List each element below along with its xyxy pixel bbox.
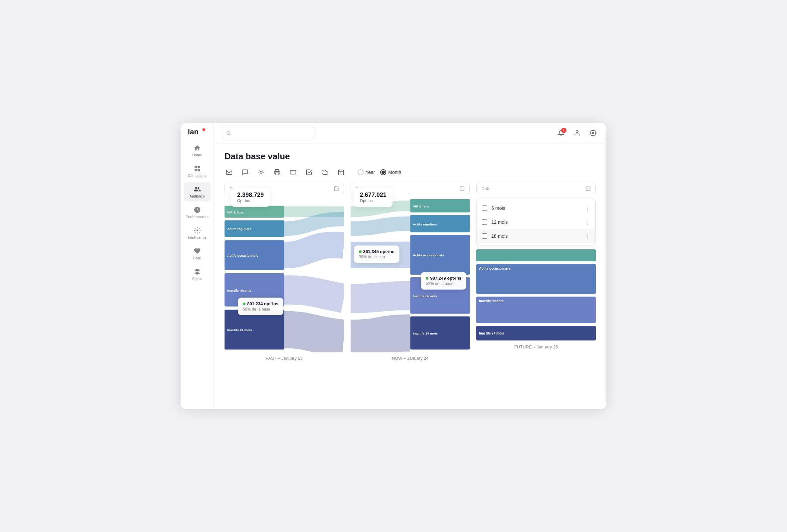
svg-point-9: [576, 131, 578, 133]
svg-text:Actifs occasionnels: Actifs occasionnels: [227, 254, 258, 257]
svg-rect-16: [334, 187, 338, 191]
audience-icon: [194, 185, 201, 193]
past-summary-card: 2.398.729 Opt-ins: [231, 187, 270, 207]
svg-point-8: [227, 131, 230, 134]
future-date-input[interactable]: Date: [476, 183, 596, 194]
print-icon[interactable]: [272, 168, 282, 177]
past-column: Date 2.398.729 Opt-ins VIP & fans: [225, 183, 344, 361]
now-sankey: VIP & fans Actifs réguliers Actifs occas…: [350, 199, 470, 352]
sidebar-item-audience[interactable]: Audience: [184, 182, 211, 201]
profile-icon[interactable]: [572, 128, 582, 138]
sidebar: ian Home Campaigns Audience: [180, 123, 214, 409]
label-6mois: 6 mois: [491, 205, 581, 211]
svg-rect-13: [275, 173, 279, 175]
checkbox-18mois[interactable]: [482, 234, 487, 239]
svg-point-12: [260, 171, 262, 174]
sidebar-item-campaigns[interactable]: Campaigns: [184, 161, 211, 181]
sidebar-item-performances[interactable]: Performances: [184, 203, 211, 222]
future-column: Date 6 mois ⋮ 12 mois ⋮: [476, 183, 596, 361]
sidebar-item-admin[interactable]: Admin: [184, 265, 211, 284]
svg-rect-5: [197, 169, 199, 171]
dots-12mois[interactable]: ⋮: [585, 219, 590, 226]
tooltip-now-1-val: 361.345 opt-ins: [359, 249, 395, 254]
app-logo[interactable]: ian: [187, 127, 207, 138]
now-column: Date 2.677.021 Opt-ins VIP & fans: [350, 183, 470, 361]
future-date-placeholder: Date: [481, 186, 490, 191]
future-actifs-occ-block: Actifs occasionnels: [476, 264, 596, 294]
svg-text:Actifs réguliers: Actifs réguliers: [413, 222, 437, 226]
past-sankey-svg: VIP & fans Actifs réguliers Actifs occas…: [225, 199, 344, 352]
push-icon[interactable]: [256, 168, 266, 177]
year-radio[interactable]: [358, 169, 364, 175]
now-summary-card: 2.677.021 Opt-ins: [354, 187, 392, 207]
admin-icon: [194, 268, 201, 275]
svg-text:Inactifs 24 mois: Inactifs 24 mois: [413, 332, 438, 335]
search-box[interactable]: [222, 127, 315, 139]
notification-icon[interactable]: 1: [556, 128, 567, 138]
svg-text:VIP & fans: VIP & fans: [227, 210, 244, 214]
month-option[interactable]: Month: [380, 169, 401, 175]
label-18mois: 18 mois: [491, 234, 581, 239]
month-label: Month: [388, 170, 401, 175]
campaigns-icon: [194, 165, 201, 172]
option-12mois[interactable]: 12 mois ⋮: [477, 215, 595, 229]
sidebar-item-intelligence-label: Intelligence: [188, 236, 207, 239]
content-area: Data base value: [214, 143, 607, 409]
sidebar-item-admin-label: Admin: [192, 276, 202, 281]
svg-rect-27: [460, 187, 464, 191]
sidebar-item-home[interactable]: Home: [184, 141, 211, 160]
dots-6mois[interactable]: ⋮: [585, 204, 590, 212]
wallet-icon[interactable]: [289, 168, 298, 177]
sms-icon[interactable]: [240, 168, 250, 177]
checkbox-12mois[interactable]: [482, 219, 487, 225]
svg-rect-3: [197, 166, 199, 168]
sidebar-item-care-label: Care: [193, 256, 201, 260]
now-label: NOW – January 24: [350, 356, 470, 361]
svg-rect-15: [339, 170, 344, 175]
past-label: PAST – January 23: [225, 356, 344, 361]
checkbox-6mois[interactable]: [482, 205, 487, 211]
sidebar-item-care[interactable]: Care: [184, 244, 211, 263]
tooltip-now-1: 361.345 opt-ins 30% du cluster: [354, 245, 400, 263]
svg-text:Inactifs 24 mois: Inactifs 24 mois: [227, 328, 252, 332]
settings-icon[interactable]: [588, 128, 598, 138]
future-label: FUTURE – January 25: [476, 345, 596, 350]
performances-icon: [194, 206, 201, 214]
future-vip-block: [476, 249, 596, 261]
label-12mois: 12 mois: [491, 219, 581, 225]
sidebar-item-campaigns-label: Campaigns: [188, 174, 207, 178]
period-toggle: Year Month: [358, 169, 401, 175]
dots-18mois[interactable]: ⋮: [585, 232, 590, 240]
svg-rect-4: [194, 169, 197, 171]
checklist-icon[interactable]: [304, 168, 314, 177]
svg-text:Actifs réguliers: Actifs réguliers: [227, 227, 252, 231]
notification-badge: 1: [561, 128, 567, 133]
page-title: Data base value: [225, 151, 596, 161]
future-inactifs-24-block: Inactifs 24 mois: [476, 326, 596, 340]
home-icon: [194, 144, 201, 152]
care-icon: [194, 247, 201, 255]
future-blocks: Actifs occasionnels Inactifs récents Ina…: [476, 249, 596, 340]
now-summary-sub: Opt-ins: [360, 199, 386, 203]
past-summary-num: 2.398.729: [237, 192, 264, 199]
cloud-icon[interactable]: [320, 168, 329, 177]
tooltip-now-2-sub: 52% de la base: [426, 281, 461, 286]
month-radio[interactable]: [380, 169, 386, 175]
main-area: 1 Data base value: [214, 123, 607, 409]
tooltip-past-val: 801.234 opt-ins: [243, 301, 278, 306]
svg-text:VIP & fans: VIP & fans: [413, 204, 429, 208]
year-option[interactable]: Year: [358, 169, 375, 175]
tooltip-now-2: 987.249 opt-ins 52% de la base: [421, 272, 466, 290]
svg-rect-2: [194, 166, 197, 168]
option-6mois[interactable]: 6 mois ⋮: [477, 201, 595, 215]
email-icon[interactable]: [225, 168, 234, 177]
tooltip-now-2-val: 987.249 opt-ins: [426, 275, 461, 281]
topbar-icons: 1: [556, 128, 598, 138]
year-label: Year: [365, 170, 375, 175]
sidebar-item-intelligence[interactable]: Intelligence: [184, 223, 211, 243]
svg-rect-14: [291, 170, 296, 174]
option-18mois[interactable]: 18 mois ⋮: [477, 229, 595, 243]
svg-text:Inactifs récents: Inactifs récents: [227, 289, 252, 292]
tooltip-past-sub: 50% de la base: [243, 307, 278, 312]
calendar-icon[interactable]: [336, 168, 346, 177]
